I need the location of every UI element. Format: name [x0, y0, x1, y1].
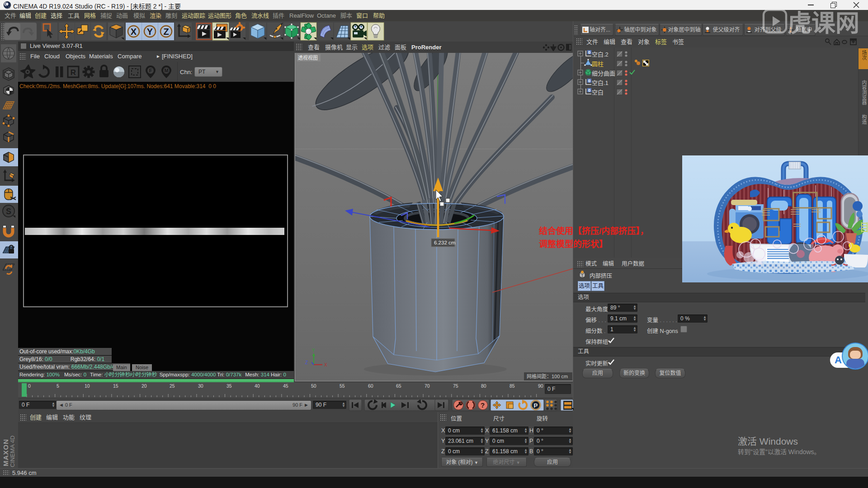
- svg-text:30: 30: [198, 383, 203, 389]
- svg-text:0: 0: [28, 383, 31, 389]
- svg-text:15: 15: [113, 383, 118, 389]
- svg-text:60: 60: [368, 383, 373, 389]
- svg-text:70: 70: [425, 383, 430, 389]
- svg-text:85: 85: [509, 383, 515, 389]
- svg-text:20: 20: [142, 383, 147, 389]
- svg-text:45: 45: [283, 383, 288, 389]
- svg-text:虎课网: 虎课网: [788, 10, 859, 35]
- svg-text:?: ?: [481, 401, 485, 409]
- svg-text:F: F: [149, 68, 152, 73]
- svg-text:透视视图: 透视视图: [298, 55, 318, 61]
- svg-text:0: 0: [588, 88, 590, 93]
- svg-text:6.232 cm: 6.232 cm: [434, 240, 455, 245]
- svg-text:65: 65: [396, 383, 401, 389]
- svg-text:R: R: [71, 68, 76, 77]
- svg-text:Y: Y: [147, 27, 153, 37]
- svg-text:M: M: [164, 68, 168, 73]
- svg-text:Z: Z: [163, 27, 169, 37]
- svg-text:90: 90: [538, 383, 543, 389]
- svg-text:X: X: [324, 362, 327, 367]
- svg-text:75: 75: [453, 383, 458, 389]
- svg-text:X: X: [131, 27, 137, 37]
- svg-text:0: 0: [588, 79, 590, 83]
- svg-text:0: 0: [588, 50, 590, 55]
- svg-text:35: 35: [226, 383, 232, 389]
- svg-text:Z: Z: [305, 360, 308, 365]
- svg-text:5: 5: [57, 383, 59, 389]
- svg-text:P: P: [534, 402, 538, 409]
- svg-text:25: 25: [170, 383, 175, 389]
- svg-text:80: 80: [481, 383, 486, 389]
- svg-text:S: S: [6, 207, 11, 216]
- svg-text:40: 40: [255, 383, 260, 389]
- svg-text:50: 50: [311, 383, 316, 389]
- svg-text:10: 10: [85, 383, 90, 389]
- svg-text:Y: Y: [312, 348, 315, 353]
- svg-text:55: 55: [340, 383, 345, 389]
- svg-text:网格间距：100 cm: 网格间距：100 cm: [527, 373, 568, 379]
- svg-text:Chn:: Chn:: [180, 69, 192, 75]
